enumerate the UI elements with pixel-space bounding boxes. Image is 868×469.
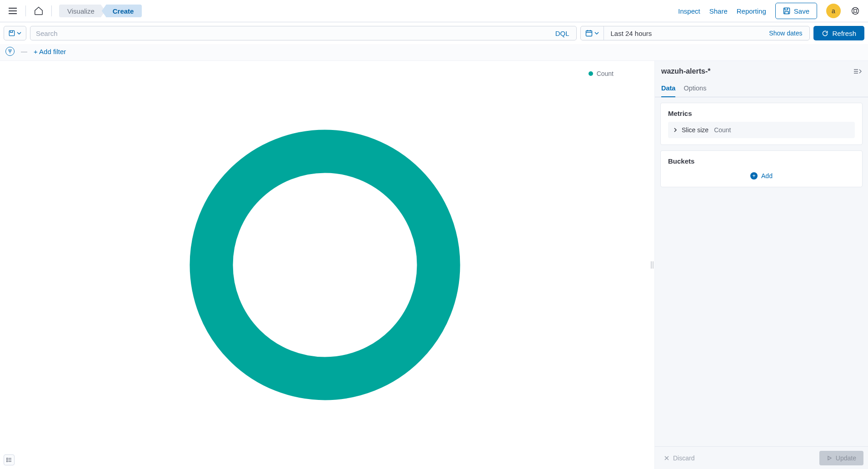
hamburger-icon [9, 8, 17, 14]
tab-data[interactable]: Data [661, 81, 675, 97]
search-input[interactable] [30, 26, 548, 40]
inspect-link[interactable]: Inspect [678, 7, 700, 15]
calendar-icon [585, 30, 593, 37]
metrics-title: Metrics [668, 110, 855, 117]
breadcrumb-visualize[interactable]: Visualize [59, 5, 105, 17]
update-button: Update [819, 451, 863, 465]
chevron-right-icon [673, 127, 678, 133]
svg-point-6 [7, 458, 8, 459]
add-bucket-label: Add [761, 172, 773, 180]
filter-bar: — + Add filter [0, 44, 868, 61]
save-button[interactable]: Save [775, 3, 817, 19]
svg-point-7 [7, 459, 8, 460]
query-language-button[interactable]: DQL [548, 26, 577, 40]
breadcrumb: Visualize Create [59, 5, 142, 17]
filter-options-button[interactable] [5, 47, 15, 56]
show-dates-button[interactable]: Show dates [762, 26, 809, 40]
chevron-down-icon [594, 31, 599, 35]
header-actions: Inspect Share Reporting Save [678, 3, 817, 19]
home-button[interactable] [31, 4, 46, 18]
svg-rect-4 [586, 31, 592, 36]
refresh-button[interactable]: Refresh [813, 26, 864, 40]
index-pattern-label[interactable]: wazuh-alerts-* [661, 67, 710, 75]
donut-chart [0, 61, 650, 469]
buckets-title: Buckets [668, 157, 855, 165]
main-menu-button[interactable] [5, 4, 20, 18]
quick-select-button[interactable] [581, 26, 604, 40]
home-icon [34, 6, 44, 16]
refresh-icon [822, 30, 828, 37]
svg-point-8 [7, 461, 8, 462]
save-button-label: Save [794, 7, 809, 15]
reporting-link[interactable]: Reporting [737, 7, 766, 15]
legend-toggle-button[interactable] [4, 454, 15, 465]
update-label: Update [836, 454, 856, 462]
legend-series-label[interactable]: Count [597, 70, 614, 77]
save-icon [9, 30, 15, 36]
avatar[interactable]: a [826, 4, 841, 18]
breadcrumb-create: Create [102, 5, 142, 17]
discard-button: Discard [659, 452, 699, 464]
editor-header: wazuh-alerts-* [655, 61, 868, 78]
date-picker: Last 24 hours Show dates [580, 26, 810, 40]
query-bar: DQL Last 24 hours Show dates Refresh [0, 22, 868, 44]
discard-label: Discard [673, 454, 694, 462]
list-icon [6, 458, 12, 462]
app-header: Visualize Create Inspect Share Reporting… [0, 0, 868, 22]
plus-icon: + [750, 172, 758, 180]
lifebuoy-icon [851, 6, 860, 15]
editor-footer: Discard Update [655, 446, 868, 469]
editor-tabs: Data Options [655, 81, 868, 97]
metric-value: Count [714, 126, 731, 134]
play-icon [827, 455, 832, 461]
divider [25, 5, 26, 16]
visualization-area: Count [0, 61, 650, 469]
collapse-right-icon [853, 68, 862, 75]
metrics-card: Metrics Slice size Count [660, 103, 863, 145]
chevron-down-icon [17, 31, 21, 35]
legend-dot-icon [589, 71, 593, 76]
add-filter-button[interactable]: + Add filter [34, 48, 66, 55]
editor-panel: wazuh-alerts-* Data Options Metrics Slic… [654, 61, 868, 469]
time-range-label[interactable]: Last 24 hours [604, 26, 762, 40]
svg-point-5 [211, 151, 439, 379]
divider [51, 5, 52, 16]
donut-chart-svg [189, 129, 461, 401]
metric-slice-size[interactable]: Slice size Count [668, 122, 855, 138]
chart-legend: Count [589, 70, 614, 77]
saved-query-button[interactable] [4, 26, 26, 40]
add-bucket-button[interactable]: + Add [668, 170, 855, 180]
metric-label: Slice size [682, 126, 708, 134]
close-icon [664, 455, 669, 461]
main-content: Count wazuh-alerts-* Data Options Metric… [0, 61, 868, 469]
drag-handle-icon [651, 261, 653, 269]
search-group: DQL [30, 26, 577, 40]
news-button[interactable] [848, 4, 863, 18]
tab-options[interactable]: Options [683, 81, 706, 97]
filter-icon [8, 49, 12, 54]
buckets-card: Buckets + Add [660, 150, 863, 187]
save-icon [783, 7, 790, 15]
refresh-button-label: Refresh [832, 30, 856, 37]
svg-point-2 [854, 10, 857, 13]
collapse-panel-button[interactable] [853, 68, 862, 75]
panel-resize-handle[interactable] [650, 61, 654, 469]
share-link[interactable]: Share [709, 7, 728, 15]
editor-body: Metrics Slice size Count Buckets + Add [655, 97, 868, 446]
